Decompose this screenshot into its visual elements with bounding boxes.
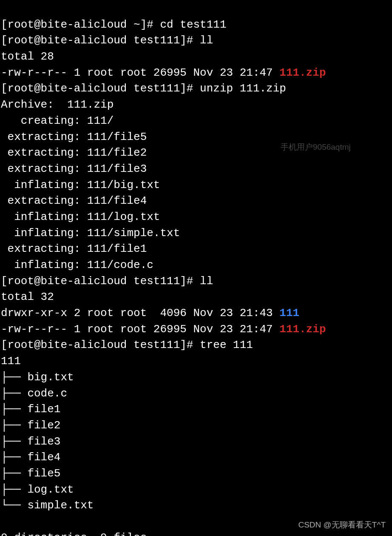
output-line: extracting: 111/file4 xyxy=(1,194,147,207)
output-line: extracting: 111/file1 xyxy=(1,242,147,255)
file-listing: drwxr-xr-x 2 root root 4096 Nov 23 21:43 xyxy=(1,307,279,319)
tree-item: ├── log.txt xyxy=(1,483,74,496)
tree-item: ├── file2 xyxy=(1,419,60,432)
prompt: [root@bite-alicloud test111]# xyxy=(1,82,200,95)
terminal-output[interactable]: [root@bite-alicloud ~]# cd test111 [root… xyxy=(1,1,391,536)
prompt: [root@bite-alicloud test111]# xyxy=(1,275,200,288)
output-line: inflating: 111/simple.txt xyxy=(1,227,180,239)
output-line: extracting: 111/file3 xyxy=(1,163,147,175)
output-line: extracting: 111/file2 xyxy=(1,146,147,159)
watermark: CSDN @无聊看看天T^T xyxy=(298,519,386,531)
output-line: creating: 111/ xyxy=(1,114,114,127)
directory: 111 xyxy=(279,307,299,319)
command: ll xyxy=(200,275,213,288)
prompt: [root@bite-alicloud test111]# xyxy=(1,339,200,351)
tree-item: ├── file4 xyxy=(1,451,60,464)
output-line: inflating: 111/big.txt xyxy=(1,179,160,191)
command: unzip 111.zip xyxy=(200,82,286,95)
tree-summary: 0 directories, 9 files xyxy=(1,531,147,536)
file-listing: -rw-r--r-- 1 root root 26995 Nov 23 21:4… xyxy=(1,66,279,79)
zip-file: 111.zip xyxy=(279,323,326,336)
prompt: [root@bite-alicloud test111]# xyxy=(1,34,200,47)
prompt: [root@bite-alicloud ~]# xyxy=(1,18,160,31)
output-line: inflating: 111/code.c xyxy=(1,259,153,271)
command: cd test111 xyxy=(160,18,226,31)
tree-item: ├── code.c xyxy=(1,387,67,400)
watermark: 手机用户9056aqtmj xyxy=(281,141,351,153)
file-listing: -rw-r--r-- 1 root root 26995 Nov 23 21:4… xyxy=(1,323,279,336)
tree-item: ├── file3 xyxy=(1,435,60,448)
output-line: extracting: 111/file5 xyxy=(1,131,147,143)
output-line: total 32 xyxy=(1,291,54,303)
output-line: total 28 xyxy=(1,50,54,63)
zip-file: 111.zip xyxy=(279,66,326,79)
tree-root: 111 xyxy=(1,355,21,368)
output-line: inflating: 111/log.txt xyxy=(1,211,160,223)
command: tree 111 xyxy=(200,339,253,351)
tree-item: ├── big.txt xyxy=(1,371,74,384)
tree-item: ├── file1 xyxy=(1,403,60,416)
tree-item: └── simple.txt xyxy=(1,499,94,512)
output-line: Archive: 111.zip xyxy=(1,98,114,111)
tree-item: ├── file5 xyxy=(1,467,60,480)
command: ll xyxy=(200,34,213,47)
